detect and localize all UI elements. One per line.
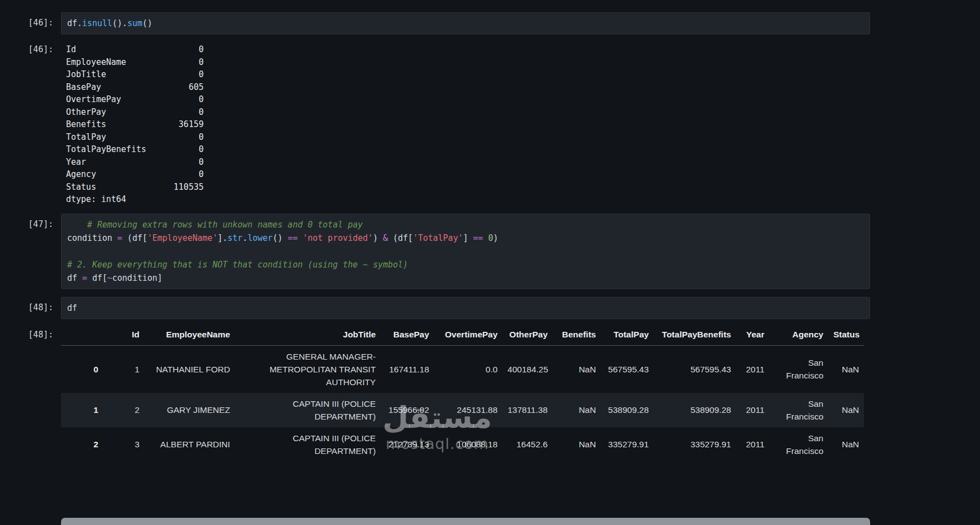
table-cell: 3	[103, 427, 144, 462]
code-line: # Removing extra rows with unkown names …	[67, 218, 864, 231]
code-cell-48: [48]: df	[0, 297, 870, 319]
series-value: 0	[199, 156, 204, 169]
column-header: TotalPay	[601, 324, 654, 346]
code-48: df	[67, 301, 864, 315]
series-name: Benefits	[66, 118, 106, 131]
horizontal-scrollbar-thumb[interactable]	[61, 518, 870, 525]
dataframe-output-container: IdEmployeeNameJobTitleBasePayOvertimePay…	[61, 324, 870, 462]
series-line: JobTitle0	[66, 68, 204, 81]
code-editor-48[interactable]: df	[61, 297, 870, 319]
series-name: OtherPay	[66, 106, 106, 119]
code-line: # 2. Keep everything that is NOT that co…	[67, 258, 864, 271]
column-header: OvertimePay	[434, 324, 502, 346]
table-cell: 16452.6	[503, 427, 553, 462]
table-cell: 567595.43	[601, 345, 654, 393]
table-cell: 212739.13	[381, 427, 434, 462]
series-name: TotalPay	[66, 131, 106, 144]
table-cell: 538909.28	[601, 393, 654, 427]
series-dtype: dtype: int64	[66, 193, 204, 206]
series-line: TotalPayBenefits0	[66, 143, 204, 156]
series-name: Id	[66, 43, 76, 56]
series-value: 0	[199, 43, 204, 56]
table-cell: 2011	[736, 345, 769, 393]
dataframe-table: IdEmployeeNameJobTitleBasePayOvertimePay…	[61, 324, 864, 462]
table-cell: San Francisco	[770, 393, 829, 427]
table-cell: 155966.02	[381, 393, 434, 427]
table-row: 23ALBERT PARDINICAPTAIN III (POLICE DEPA…	[61, 427, 864, 462]
series-value: 36159	[179, 118, 204, 131]
series-value: 0	[199, 93, 204, 106]
series-line: Agency0	[66, 168, 204, 181]
table-cell: San Francisco	[770, 427, 829, 462]
series-name: Year	[66, 156, 86, 169]
table-cell: GARY JIMENEZ	[144, 393, 235, 427]
series-line: OvertimePay0	[66, 93, 204, 106]
series-value: 0	[199, 68, 204, 81]
row-index: 0	[61, 345, 103, 393]
table-cell: GENERAL MANAGER-METROPOLITAN TRANSIT AUT…	[235, 345, 381, 393]
code-line: df = df[~condition]	[67, 271, 864, 285]
series-output-container: Id0EmployeeName0JobTitle0BasePay605Overt…	[61, 43, 870, 206]
table-cell: 2011	[736, 393, 769, 427]
column-header: TotalPayBenefits	[654, 324, 736, 346]
series-name: Status	[66, 181, 96, 194]
series-value: 0	[199, 168, 204, 181]
row-index: 2	[61, 427, 103, 462]
table-cell: 137811.38	[503, 393, 553, 427]
output-prompt-46: [46]:	[0, 43, 61, 55]
column-header: Status	[829, 324, 864, 346]
table-cell: NATHANIEL FORD	[144, 345, 235, 393]
table-header-row: IdEmployeeNameJobTitleBasePayOvertimePay…	[61, 324, 864, 346]
table-cell: 1	[103, 345, 144, 393]
output-prompt-48: [48]:	[0, 324, 61, 341]
code-line	[67, 245, 864, 258]
table-cell: 2	[103, 393, 144, 427]
table-cell: ALBERT PARDINI	[144, 427, 235, 462]
series-line: Status110535	[66, 181, 204, 194]
table-cell: 167411.18	[381, 345, 434, 393]
column-header: Agency	[770, 324, 829, 346]
code-47: # Removing extra rows with unkown names …	[67, 218, 864, 285]
input-prompt-46: [46]:	[0, 12, 61, 29]
input-prompt-48: [48]:	[0, 297, 61, 314]
series-value: 0	[199, 106, 204, 119]
code-cell-47: [47]: # Removing extra rows with unkown …	[0, 214, 870, 289]
table-cell: 335279.91	[654, 427, 736, 462]
series-name: BasePay	[66, 81, 101, 94]
code-editor-47[interactable]: # Removing extra rows with unkown names …	[61, 214, 870, 289]
column-header: BasePay	[381, 324, 434, 346]
column-header: JobTitle	[235, 324, 381, 346]
table-cell: NaN	[553, 427, 601, 462]
table-cell: NaN	[829, 393, 864, 427]
code-cell-46: [46]: df.isnull().sum()	[0, 12, 870, 34]
table-cell: 567595.43	[654, 345, 736, 393]
code-editor-46[interactable]: df.isnull().sum()	[61, 12, 870, 34]
input-prompt-47: [47]:	[0, 214, 61, 230]
series-line: OtherPay0	[66, 106, 204, 119]
series-value: 0	[199, 131, 204, 144]
column-header: EmployeeName	[144, 324, 235, 346]
table-cell: NaN	[553, 345, 601, 393]
table-cell: 245131.88	[434, 393, 502, 427]
null-count-series: Id0EmployeeName0JobTitle0BasePay605Overt…	[66, 43, 204, 206]
series-name: Agency	[66, 168, 96, 181]
table-cell: NaN	[829, 427, 864, 462]
column-header: Id	[103, 324, 144, 346]
output-area-48: [48]: IdEmployeeNameJobTitleBasePayOvert…	[0, 324, 870, 462]
code-line: condition = (df['EmployeeName'].str.lowe…	[67, 231, 864, 245]
series-line: EmployeeName0	[66, 56, 204, 69]
column-header: OtherPay	[503, 324, 553, 346]
table-row: 12GARY JIMENEZCAPTAIN III (POLICE DEPART…	[61, 393, 864, 427]
series-value: 0	[199, 56, 204, 69]
code-line: df	[67, 301, 864, 315]
series-value: 110535	[174, 181, 204, 194]
series-line: Benefits36159	[66, 118, 204, 131]
series-value: 605	[189, 81, 204, 94]
column-header: Year	[736, 324, 769, 346]
series-name: OvertimePay	[66, 93, 121, 106]
table-cell: CAPTAIN III (POLICE DEPARTMENT)	[235, 393, 381, 427]
table-cell: NaN	[553, 393, 601, 427]
code-line: df.isnull().sum()	[67, 17, 864, 30]
series-name: JobTitle	[66, 68, 106, 81]
table-cell: 106088.18	[434, 427, 502, 462]
